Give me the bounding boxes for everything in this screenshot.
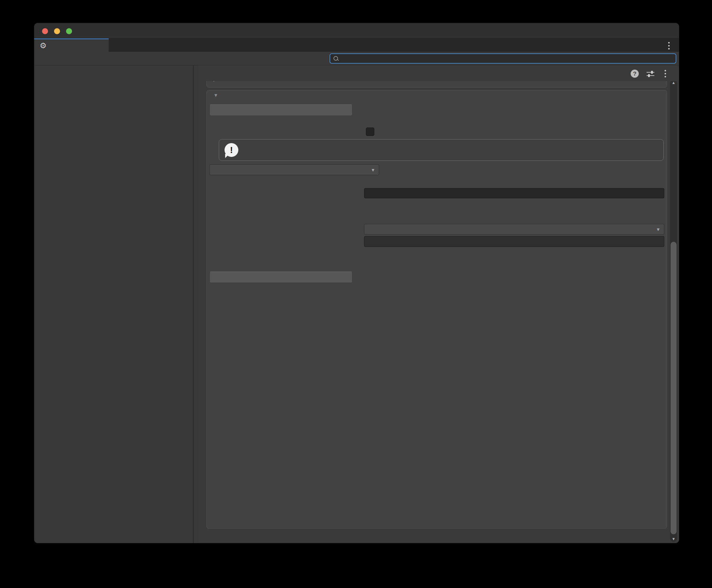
publishing-settings-group: ▼ ! ▼ — [206, 90, 667, 529]
project-settings-window: ⚙ ▶ ? — [34, 23, 679, 543]
tab-bar: ⚙ — [34, 38, 679, 51]
settings-category-list — [34, 65, 194, 543]
warning-icon: ! — [225, 143, 238, 157]
keystore-manager-button[interactable] — [209, 104, 352, 116]
panel-menu-icon[interactable] — [662, 70, 668, 78]
keystore-warning-box: ! — [219, 139, 664, 161]
keystore-select-dropdown[interactable]: ▼ — [209, 164, 379, 175]
presets-icon[interactable] — [647, 70, 654, 78]
player-settings-panel: ▶ ? ▼ — [198, 65, 679, 543]
gear-icon: ⚙ — [40, 42, 46, 49]
tab-bar-menu-icon[interactable] — [666, 42, 672, 49]
scroll-down-icon[interactable]: ▼ — [670, 537, 677, 541]
tab-project-settings[interactable]: ⚙ — [34, 38, 109, 51]
chevron-down-icon: ▼ — [656, 227, 660, 232]
foldout-triangle-icon: ▼ — [213, 93, 218, 98]
panel-header — [198, 65, 679, 81]
scroll-up-icon[interactable]: ▲ — [670, 80, 677, 85]
custom-keystore-checkbox[interactable] — [366, 127, 374, 136]
scrollbar-thumb[interactable] — [671, 242, 676, 534]
search-icon — [333, 56, 339, 61]
key-password-field[interactable] — [364, 236, 664, 247]
help-icon[interactable]: ? — [631, 69, 639, 78]
window-title — [34, 23, 679, 38]
alias-dropdown[interactable]: ▼ — [364, 224, 664, 235]
vertical-scrollbar[interactable]: ▲ ▼ — [670, 80, 677, 542]
keystore-password-field[interactable] — [364, 188, 664, 198]
upgrade-templates-button[interactable] — [209, 272, 352, 283]
chevron-down-icon: ▼ — [371, 167, 375, 172]
publishing-settings-foldout[interactable]: ▼ — [213, 93, 221, 98]
search-input[interactable] — [339, 54, 676, 63]
title-bar — [34, 23, 679, 38]
search-toolbar — [34, 51, 679, 65]
search-box[interactable] — [330, 54, 676, 64]
